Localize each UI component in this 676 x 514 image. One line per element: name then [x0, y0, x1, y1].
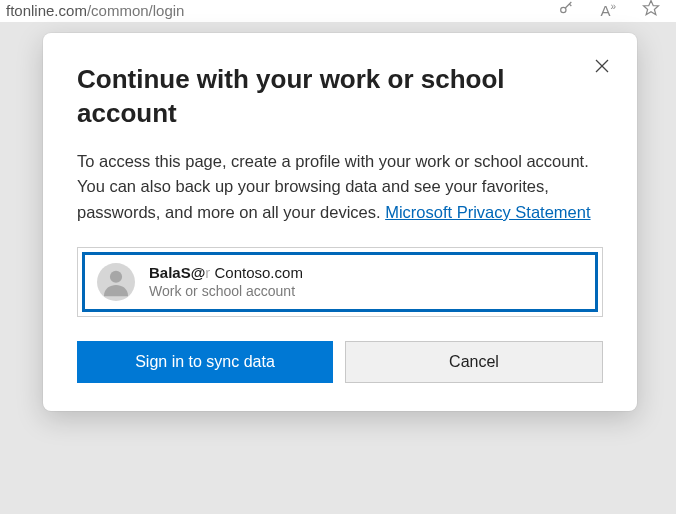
profile-dialog: Continue with your work or school accoun…: [43, 33, 637, 411]
key-icon[interactable]: [558, 0, 574, 20]
close-icon: [593, 57, 611, 75]
button-row: Sign in to sync data Cancel: [77, 341, 603, 383]
account-type: Work or school account: [149, 283, 303, 301]
svg-point-4: [110, 271, 122, 283]
svg-point-0: [561, 7, 566, 12]
url-text: ftonline.com/common/login: [6, 2, 558, 19]
account-email: BalaS@r Contoso.com: [149, 264, 303, 283]
avatar: [97, 263, 135, 301]
account-card[interactable]: BalaS@r Contoso.com Work or school accou…: [82, 252, 598, 312]
svg-marker-1: [644, 1, 659, 15]
account-text: BalaS@r Contoso.com Work or school accou…: [149, 264, 303, 300]
dialog-title: Continue with your work or school accoun…: [77, 63, 603, 131]
text-size-icon[interactable]: A»: [600, 1, 616, 19]
cancel-button[interactable]: Cancel: [345, 341, 603, 383]
person-icon: [99, 265, 133, 299]
dialog-body: To access this page, create a profile wi…: [77, 149, 603, 226]
address-bar-actions: A»: [558, 0, 670, 21]
favorite-icon[interactable]: [642, 0, 660, 21]
close-button[interactable]: [589, 53, 615, 79]
privacy-link[interactable]: Microsoft Privacy Statement: [385, 203, 590, 221]
account-card-outer: BalaS@r Contoso.com Work or school accou…: [77, 247, 603, 317]
sign-in-button[interactable]: Sign in to sync data: [77, 341, 333, 383]
